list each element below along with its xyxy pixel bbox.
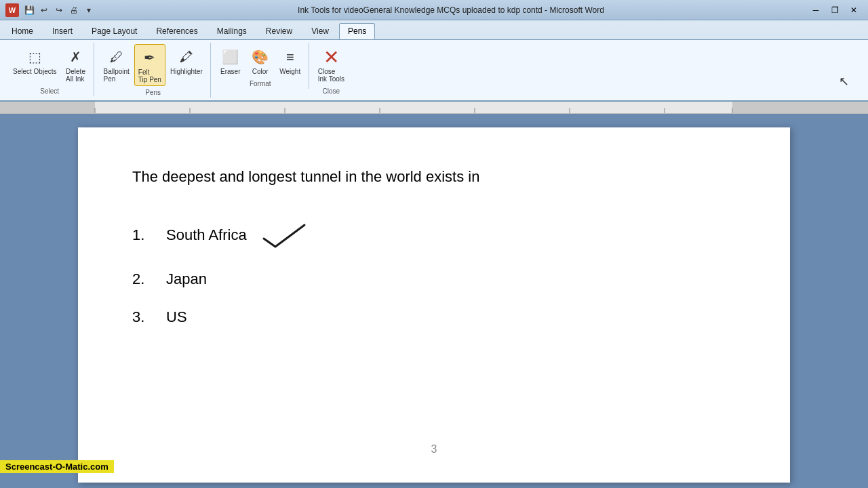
tab-references[interactable]: References: [147, 23, 206, 39]
tab-insert[interactable]: Insert: [43, 23, 81, 39]
option-text-2: Japan: [166, 270, 207, 288]
ballpoint-pen-label: BallpointPen: [103, 68, 129, 83]
quick-access-toolbar: 💾 ↩ ↪ 🖨 ▾: [23, 4, 95, 16]
pens-buttons: 🖊 BallpointPen ✒ FeltTip Pen 🖍 Highlight…: [100, 44, 205, 86]
options-list: 1. South Africa 2. Japan 3. US: [132, 220, 736, 326]
save-icon[interactable]: 💾: [23, 4, 35, 16]
document-page: The deepest and longest tunnel in the wo…: [78, 127, 790, 483]
delete-ink-icon: ✗: [64, 46, 86, 68]
color-button[interactable]: 🎨 Color: [246, 44, 275, 77]
weight-icon: ≡: [279, 46, 301, 68]
restore-button[interactable]: ❐: [826, 3, 844, 17]
svg-rect-1: [0, 102, 95, 114]
title-bar-left: W 💾 ↩ ↪ 🖨 ▾: [5, 3, 95, 17]
option-num-1: 1.: [132, 226, 166, 244]
group-format: ⬜ Eraser 🎨 Color ≡ Weight Format: [212, 43, 309, 89]
group-format-label: Format: [250, 77, 271, 87]
svg-rect-2: [732, 102, 868, 114]
highlighter-label: Highlighter: [170, 68, 203, 75]
close-button[interactable]: ✕: [845, 3, 863, 17]
list-item: 1. South Africa: [132, 220, 736, 250]
list-item: 2. Japan: [132, 270, 736, 288]
color-icon: 🎨: [250, 46, 271, 68]
close-ink-tools-button[interactable]: ✕ CloseInk Tools: [315, 44, 348, 85]
list-item: 3. US: [132, 308, 736, 326]
group-select: ⬚ Select Objects ✗ DeleteAll Ink Select: [5, 43, 94, 96]
group-close-label: Close: [323, 85, 340, 95]
checkmark-icon: [260, 220, 315, 250]
highlighter-icon: 🖍: [176, 46, 197, 68]
select-objects-label: Select Objects: [13, 68, 56, 75]
eraser-icon: ⬜: [220, 46, 241, 68]
minimize-button[interactable]: ─: [807, 3, 825, 17]
word-icon: W: [5, 3, 19, 17]
screencast-watermark: Screencast-O-Matic.com: [0, 460, 114, 473]
ballpoint-pen-button[interactable]: 🖊 BallpointPen: [100, 44, 132, 86]
select-objects-icon: ⬚: [24, 46, 45, 68]
group-pens-label: Pens: [145, 86, 161, 96]
option-num-2: 2.: [132, 270, 166, 288]
option-text-3: US: [166, 308, 187, 326]
option-text-1: South Africa: [166, 226, 247, 244]
select-objects-button[interactable]: ⬚ Select Objects: [9, 44, 60, 85]
eraser-label: Eraser: [220, 68, 240, 75]
tab-review[interactable]: Review: [257, 23, 301, 39]
tab-page-layout[interactable]: Page Layout: [83, 23, 146, 39]
print-icon[interactable]: 🖨: [68, 4, 80, 16]
ruler: [0, 102, 868, 114]
tab-home[interactable]: Home: [3, 23, 42, 39]
close-ink-icon: ✕: [320, 46, 342, 68]
delete-ink-label: DeleteAll Ink: [66, 68, 85, 83]
undo-icon[interactable]: ↩: [38, 4, 50, 16]
tab-view[interactable]: View: [302, 23, 338, 39]
select-buttons: ⬚ Select Objects ✗ DeleteAll Ink: [9, 44, 90, 85]
weight-button[interactable]: ≡ Weight: [276, 44, 304, 77]
option-num-3: 3.: [132, 308, 166, 326]
window-controls: ─ ❐ ✕: [807, 3, 863, 17]
title-bar: W 💾 ↩ ↪ 🖨 ▾ Ink Tools for videoGeneral K…: [0, 0, 868, 20]
redo-icon[interactable]: ↪: [53, 4, 65, 16]
document-area: The deepest and longest tunnel in the wo…: [0, 114, 868, 488]
ribbon: Home Insert Page Layout References Maili…: [0, 20, 868, 102]
felt-tip-pen-label: FeltTip Pen: [138, 68, 161, 83]
delete-all-ink-button[interactable]: ✗ DeleteAll Ink: [61, 44, 90, 85]
close-buttons: ✕ CloseInk Tools: [315, 44, 348, 85]
dropdown-icon[interactable]: ▾: [83, 4, 95, 16]
mouse-cursor: ↖: [839, 74, 849, 89]
felt-tip-pen-icon: ✒: [139, 47, 161, 68]
tab-pens[interactable]: Pens: [339, 23, 375, 39]
color-label: Color: [252, 68, 269, 75]
group-close: ✕ CloseInk Tools Close: [311, 43, 352, 96]
group-pens: 🖊 BallpointPen ✒ FeltTip Pen 🖍 Highlight…: [96, 43, 210, 98]
group-select-label: Select: [40, 85, 59, 95]
close-ink-label: CloseInk Tools: [318, 68, 344, 83]
ribbon-content: ⬚ Select Objects ✗ DeleteAll Ink Select …: [0, 39, 868, 100]
ribbon-tabs: Home Insert Page Layout References Maili…: [0, 20, 868, 39]
format-buttons: ⬜ Eraser 🎨 Color ≡ Weight: [216, 44, 304, 77]
window-title: Ink Tools for videoGeneral Knowledge MCQ…: [95, 5, 807, 15]
felt-tip-pen-button[interactable]: ✒ FeltTip Pen: [134, 44, 165, 86]
tab-mailings[interactable]: Mailings: [208, 23, 256, 39]
ruler-marks: [0, 102, 868, 114]
eraser-button[interactable]: ⬜ Eraser: [216, 44, 245, 77]
ballpoint-pen-icon: 🖊: [106, 46, 127, 68]
weight-label: Weight: [279, 68, 300, 75]
question-text: The deepest and longest tunnel in the wo…: [132, 168, 736, 186]
highlighter-button[interactable]: 🖍 Highlighter: [167, 44, 206, 86]
page-number: 3: [431, 443, 437, 455]
